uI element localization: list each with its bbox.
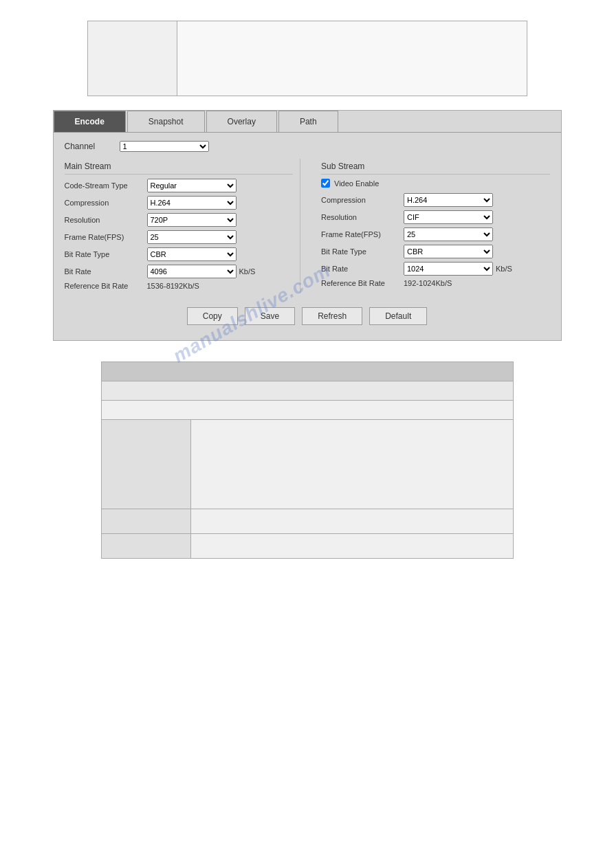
sub-bit-rate-row: Bit Rate 256 512 1024 2048 Kb/S <box>321 262 550 276</box>
sub-compression-row: Compression H.264 H.265 MJPEG <box>321 193 550 207</box>
top-table-right-cell <box>177 21 527 96</box>
main-bit-rate-type-row: Bit Rate Type CBR VBR <box>65 247 294 261</box>
main-resolution-select[interactable]: 1080P 720P D1 HD1 CIF <box>147 213 237 227</box>
sub-frame-rate-select[interactable]: 25 30 15 <box>404 227 493 241</box>
main-frame-rate-select[interactable]: 25 30 15 <box>147 230 237 244</box>
video-enable-row: Video Enable <box>321 179 550 188</box>
main-frame-rate-row: Frame Rate(FPS) 25 30 15 <box>65 230 294 244</box>
sub-bit-rate-unit: Kb/S <box>496 265 512 273</box>
main-compression-select[interactable]: H.264 H.265 MJPEG <box>147 196 237 210</box>
video-enable-checkbox[interactable] <box>321 179 330 188</box>
video-enable-label: Video Enable <box>334 179 379 188</box>
sub-compression-label: Compression <box>321 196 404 204</box>
main-compression-row: Compression H.264 H.265 MJPEG <box>65 196 294 210</box>
sub-bit-rate-type-label: Bit Rate Type <box>321 247 404 256</box>
main-code-stream-type-label: Code-Stream Type <box>65 181 147 190</box>
main-bit-rate-label: Bit Rate <box>65 267 147 276</box>
sub-stream-section: Sub Stream Video Enable Compression H.26… <box>307 159 550 293</box>
sub-bit-rate-label: Bit Rate <box>321 265 404 273</box>
main-resolution-label: Resolution <box>65 216 147 224</box>
main-frame-rate-label: Frame Rate(FPS) <box>65 233 147 241</box>
sub-ref-bit-rate-label: Reference Bit Rate <box>321 279 404 287</box>
sub-ref-bit-rate-value: 192-1024Kb/S <box>404 279 452 287</box>
sub-bit-rate-type-select[interactable]: CBR VBR <box>404 245 493 258</box>
tab-bar: Encode Snapshot Overlay Path <box>54 111 561 133</box>
main-ref-bit-rate-value: 1536-8192Kb/S <box>147 282 199 290</box>
main-bit-rate-unit: Kb/S <box>239 267 256 276</box>
sub-ref-bit-rate-row: Reference Bit Rate 192-1024Kb/S <box>321 279 550 287</box>
bottom-table <box>101 361 514 559</box>
channel-label: Channel <box>65 142 120 151</box>
main-code-stream-type-row: Code-Stream Type Regular Motion Alarm <box>65 179 294 192</box>
main-bit-rate-type-select[interactable]: CBR VBR <box>147 247 237 261</box>
main-bit-rate-type-label: Bit Rate Type <box>65 250 147 258</box>
copy-button[interactable]: Copy <box>187 307 238 325</box>
sub-bit-rate-select[interactable]: 256 512 1024 2048 <box>404 262 493 276</box>
bottom-table-row1 <box>101 381 513 401</box>
sub-stream-header: Sub Stream <box>321 159 550 175</box>
channel-row: Channel 1 2 3 4 <box>65 141 550 152</box>
bottom-table-row4-right <box>190 509 513 534</box>
main-resolution-row: Resolution 1080P 720P D1 HD1 CIF <box>65 213 294 227</box>
bottom-table-row5-left <box>101 534 190 559</box>
main-ref-bit-rate-row: Reference Bit Rate 1536-8192Kb/S <box>65 282 294 290</box>
top-table <box>87 21 527 96</box>
sub-resolution-row: Resolution D1 HD1 CIF <box>321 210 550 224</box>
bottom-table-row3-right <box>190 420 513 509</box>
tab-path[interactable]: Path <box>278 111 338 132</box>
sub-frame-rate-label: Frame Rate(FPS) <box>321 230 404 238</box>
tab-snapshot[interactable]: Snapshot <box>127 111 205 132</box>
default-button[interactable]: Default <box>369 307 427 325</box>
tab-encode[interactable]: Encode <box>54 111 126 132</box>
bottom-table-header <box>101 362 513 381</box>
encode-panel: Encode Snapshot Overlay Path Channel 1 2… <box>53 110 562 341</box>
main-stream-header: Main Stream <box>65 159 294 175</box>
refresh-button[interactable]: Refresh <box>302 307 362 325</box>
main-stream-section: Main Stream Code-Stream Type Regular Mot… <box>65 159 294 293</box>
bottom-table-row2 <box>101 401 513 420</box>
sub-bit-rate-type-row: Bit Rate Type CBR VBR <box>321 245 550 258</box>
sub-resolution-label: Resolution <box>321 213 404 221</box>
tab-overlay[interactable]: Overlay <box>206 111 277 132</box>
main-ref-bit-rate-label: Reference Bit Rate <box>65 282 147 290</box>
main-bit-rate-select[interactable]: 512 1024 2048 4096 8192 <box>147 265 237 278</box>
stream-divider <box>300 159 300 293</box>
main-code-stream-type-select[interactable]: Regular Motion Alarm <box>147 179 237 192</box>
buttons-row: Copy Save Refresh Default <box>65 307 550 332</box>
save-button[interactable]: Save <box>245 307 295 325</box>
bottom-table-row4-left <box>101 509 190 534</box>
sub-compression-select[interactable]: H.264 H.265 MJPEG <box>404 193 493 207</box>
sub-resolution-select[interactable]: D1 HD1 CIF <box>404 210 493 224</box>
bottom-table-row3-left <box>101 420 190 509</box>
sub-frame-rate-row: Frame Rate(FPS) 25 30 15 <box>321 227 550 241</box>
channel-select[interactable]: 1 2 3 4 <box>120 141 209 152</box>
streams-container: Main Stream Code-Stream Type Regular Mot… <box>65 159 550 293</box>
main-bit-rate-row: Bit Rate 512 1024 2048 4096 8192 Kb/S <box>65 265 294 278</box>
main-compression-label: Compression <box>65 199 147 207</box>
top-table-left-cell <box>88 21 177 96</box>
bottom-table-row5-right <box>190 534 513 559</box>
panel-body: Channel 1 2 3 4 Main Stream Code-Stream … <box>54 133 561 340</box>
